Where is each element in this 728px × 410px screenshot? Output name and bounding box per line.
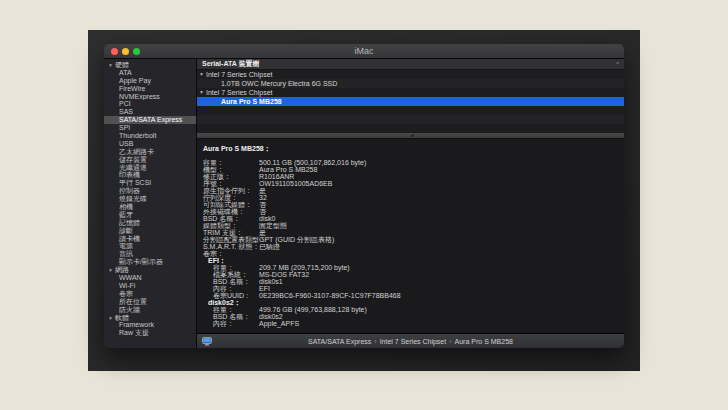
detail-label: 可卸除式媒體： [203, 201, 259, 208]
sidebar-item[interactable]: 讀卡機 [104, 235, 196, 243]
traffic-lights [111, 48, 140, 55]
detail-value: 32 [259, 194, 267, 201]
sidebar-section-label: 硬體 [115, 61, 129, 68]
sidebar-item[interactable]: USB [104, 140, 196, 148]
detail-row: 原生指令佇列：是 [203, 187, 624, 194]
detail-row: S.M.A.R.T. 狀態：已驗證 [203, 243, 624, 250]
detail-label: disk0s2： [208, 299, 259, 306]
disclosure-triangle-icon: ▼ [108, 267, 113, 274]
device-tree-row[interactable]: ▼Intel 7 Series Chipset [197, 70, 624, 79]
zoom-button[interactable] [133, 48, 140, 55]
sidebar-item[interactable]: FireWire [104, 85, 196, 93]
detail-label: 卷宗： [203, 250, 259, 257]
detail-value: 500.11 GB (500,107,862,016 byte) [259, 159, 366, 166]
device-tree-header-label: Serial-ATA 裝置樹 [202, 59, 259, 69]
detail-label: 內容： [213, 285, 259, 292]
detail-label: 修正版： [203, 173, 259, 180]
breadcrumb-separator: › [374, 338, 376, 345]
details-pane: Aura Pro S MB258： 容量：500.11 GB (500,107,… [197, 139, 624, 333]
detail-row: 機型：Aura Pro S MB258 [203, 166, 624, 173]
close-button[interactable] [111, 48, 118, 55]
detail-value: MS-DOS FAT32 [259, 271, 309, 278]
sidebar-item[interactable]: 藍牙 [104, 211, 196, 219]
sidebar-section-header[interactable]: ▼軟體 [104, 314, 196, 322]
detail-row: 修正版：R1016ANR [203, 173, 624, 180]
device-tree-column-header[interactable]: Serial-ATA 裝置樹 ^ [197, 59, 624, 70]
pane-splitter[interactable] [197, 133, 624, 139]
sidebar-item[interactable]: 卷宗 [104, 290, 196, 298]
sidebar-item[interactable]: 乙太網路卡 [104, 148, 196, 156]
detail-label: 容量： [213, 306, 259, 313]
window-body: ▼硬體ATAApple PayFireWireNVMExpressPCISASS… [104, 59, 624, 348]
detail-value: GPT (GUID 分割區表格) [259, 236, 334, 243]
sidebar-item[interactable]: WWAN [104, 274, 196, 282]
detail-row: 容量：499.76 GB (499,763,888,128 byte) [203, 306, 624, 313]
device-tree-row-label: Intel 7 Series Chipset [206, 70, 273, 79]
detail-value: EFI [259, 285, 270, 292]
detail-value: 已驗證 [259, 243, 280, 250]
sidebar-item[interactable]: 儲存裝置 [104, 156, 196, 164]
main-pane: Serial-ATA 裝置樹 ^ ▼Intel 7 Series Chipset… [197, 59, 624, 348]
detail-value: R1016ANR [259, 173, 294, 180]
device-tree-row[interactable]: 1.0TB OWC Mercury Electra 6G SSD [197, 79, 624, 88]
device-tree-row[interactable]: Aura Pro S MB258 [197, 97, 624, 106]
breadcrumb-separator: › [449, 338, 451, 345]
status-bar: SATA/SATA Express›Intel 7 Series Chipset… [197, 333, 624, 348]
device-tree-row-label: Intel 7 Series Chipset [206, 88, 273, 97]
sidebar-item[interactable]: PCI [104, 100, 196, 108]
sidebar-section-header[interactable]: ▼硬體 [104, 61, 196, 69]
sidebar-item[interactable]: 平行 SCSI [104, 179, 196, 187]
minimize-button[interactable] [122, 48, 129, 55]
sidebar-item[interactable]: Wi-Fi [104, 282, 196, 290]
device-tree-row[interactable]: ▼Intel 7 Series Chipset [197, 88, 624, 97]
detail-row: 卷宗UUID：0E239BC6-F960-3107-89CF-1C97F78BB… [203, 292, 624, 299]
detail-label: 容量： [213, 264, 259, 271]
sidebar-item[interactable]: 所在位置 [104, 298, 196, 306]
detail-value: 499.76 GB (499,763,888,128 byte) [259, 306, 367, 313]
sidebar-item[interactable]: Raw 支援 [104, 329, 196, 337]
detail-row: 佇列深度：32 [203, 194, 624, 201]
sidebar-item[interactable]: SATA/SATA Express [104, 116, 196, 124]
sidebar-item[interactable]: 控制器 [104, 187, 196, 195]
sidebar-item[interactable]: 記憶體 [104, 219, 196, 227]
detail-label: 檔案系統： [213, 271, 259, 278]
details-title: Aura Pro S MB258： [203, 145, 624, 152]
sidebar-item[interactable]: SAS [104, 108, 196, 116]
sidebar-item[interactable]: Framework [104, 321, 196, 329]
breadcrumb: SATA/SATA Express›Intel 7 Series Chipset… [197, 338, 624, 345]
sidebar-section-label: 軟體 [115, 314, 129, 321]
sidebar-item[interactable]: 防火牆 [104, 306, 196, 314]
device-tree: ▼Intel 7 Series Chipset1.0TB OWC Mercury… [197, 70, 624, 133]
window-title: iMac [104, 46, 624, 56]
sidebar-item[interactable]: NVMExpress [104, 93, 196, 101]
detail-label: BSD 名稱： [213, 278, 259, 285]
detail-row: 內容：Apple_APFS [203, 320, 624, 327]
detail-label: 容量： [203, 159, 259, 166]
detail-row: BSD 名稱：disk0s2 [203, 313, 624, 320]
sidebar-item[interactable]: 顯示卡/顯示器 [104, 258, 196, 266]
sidebar-item[interactable]: ATA [104, 69, 196, 77]
window-titlebar[interactable]: iMac [104, 44, 624, 59]
detail-row: EFI： [203, 257, 624, 264]
detail-row: 外接磁碟機：否 [203, 208, 624, 215]
sidebar-item[interactable]: Apple Pay [104, 77, 196, 85]
detail-label: S.M.A.R.T. 狀態： [203, 243, 259, 250]
sidebar-item[interactable]: SPI [104, 124, 196, 132]
sidebar-item[interactable]: 燒錄光碟 [104, 195, 196, 203]
sidebar[interactable]: ▼硬體ATAApple PayFireWireNVMExpressPCISASS… [104, 59, 197, 348]
sidebar-item[interactable]: 光纖通道 [104, 164, 196, 172]
sidebar-section-header[interactable]: ▼網路 [104, 266, 196, 274]
sidebar-item[interactable]: 電源 [104, 242, 196, 250]
disclosure-triangle-icon: ▼ [197, 70, 206, 79]
detail-label: BSD 名稱： [203, 215, 259, 222]
detail-value: 是 [259, 187, 266, 194]
sidebar-item[interactable]: 印表機 [104, 171, 196, 179]
detail-label: EFI： [208, 257, 259, 264]
sidebar-item[interactable]: 音訊 [104, 250, 196, 258]
empty-row [197, 106, 624, 115]
sidebar-item[interactable]: Thunderbolt [104, 132, 196, 140]
detail-label: 分割區配置表類型： [203, 236, 259, 243]
detail-value: 否 [259, 201, 266, 208]
sidebar-item[interactable]: 診斷 [104, 227, 196, 235]
sidebar-item[interactable]: 相機 [104, 203, 196, 211]
